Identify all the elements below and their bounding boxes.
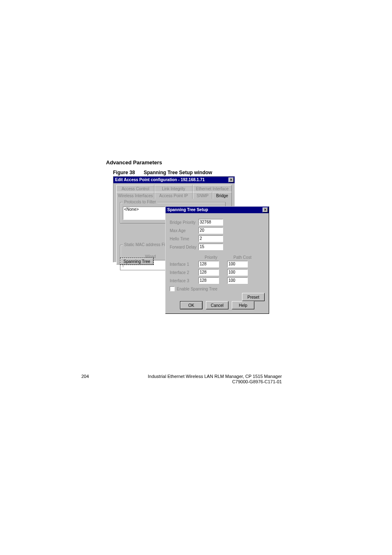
tab-link-integrity[interactable]: Link Integrity	[154, 185, 193, 192]
interface-1-priority[interactable]: 128	[198, 261, 219, 267]
tab-ethernet-interface[interactable]: Ethernet Interface	[193, 185, 232, 192]
tab-access-point-ip[interactable]: Access Point IP	[154, 192, 193, 199]
main-dialog-title: Edit Access Point configuration - 192.16…	[115, 177, 205, 183]
interface-2-pathcost[interactable]: 100	[227, 269, 248, 276]
section-heading: Advanced Parameters	[106, 159, 162, 166]
forward-delay-input[interactable]: 15	[198, 244, 223, 250]
main-dialog-titlebar: Edit Access Point configuration - 192.16…	[113, 177, 235, 183]
spanning-tree-dialog: Spanning Tree Setup × Bridge Priority 32…	[165, 206, 269, 314]
bridge-priority-label: Bridge Priority	[170, 220, 198, 225]
pathcost-column-header: Path Cost	[233, 255, 251, 260]
tab-row-2: Wireless Interfaces Access Point IP SNMP…	[116, 192, 232, 199]
interface-2-label: Interface 2	[170, 270, 198, 275]
forward-delay-row: Forward Delay 15	[170, 244, 223, 250]
forward-delay-label: Forward Delay	[170, 245, 198, 249]
figure-title: Spanning Tree Setup window	[144, 170, 212, 175]
bridge-priority-row: Bridge Priority 32768	[170, 219, 223, 226]
tab-wireless-interfaces[interactable]: Wireless Interfaces	[116, 192, 154, 199]
interface-3-label: Interface 3	[170, 279, 198, 283]
hello-time-label: Hello Time	[170, 237, 198, 241]
spanning-tree-titlebar: Spanning Tree Setup ×	[166, 207, 269, 213]
page-number: 204	[81, 374, 89, 379]
close-icon[interactable]: ×	[228, 177, 234, 182]
tab-access-control[interactable]: Access Control	[116, 185, 154, 192]
footer-line-1: Industrial Ethernet Wireless LAN RLM Man…	[133, 374, 282, 379]
preset-button[interactable]: Preset	[242, 293, 265, 301]
tab-snmp[interactable]: SNMP	[193, 192, 212, 199]
figure-caption: Figure 38 Spanning Tree Setup window	[113, 170, 212, 175]
interface-2-priority[interactable]: 128	[198, 269, 219, 276]
interface-1-row: Interface 1 128 100	[170, 261, 248, 267]
interface-1-label: Interface 1	[170, 262, 198, 267]
enable-spanning-row: Enable Spanning Tree	[170, 286, 217, 292]
protocols-legend: Protocols to Filter	[123, 200, 157, 204]
footer-line-2: C79000-G8976-C171-01	[133, 379, 282, 384]
max-age-input[interactable]: 20	[198, 227, 223, 234]
max-age-label: Max Age	[170, 228, 198, 233]
mac-filter-legend: Static MAC address Filter	[123, 242, 172, 247]
help-button[interactable]: Help	[232, 301, 254, 309]
main-dialog-window: Edit Access Point configuration - 192.16…	[113, 176, 235, 263]
bridge-priority-input[interactable]: 32768	[198, 219, 223, 226]
priority-column-header: Priority	[205, 255, 217, 260]
hello-time-row: Hello Time 2	[170, 235, 223, 242]
enable-spanning-checkbox[interactable]	[170, 286, 175, 291]
ok-button[interactable]: OK	[180, 301, 203, 309]
interface-2-row: Interface 2 128 100	[170, 269, 248, 276]
interface-1-pathcost[interactable]: 100	[227, 261, 248, 267]
tab-bridge[interactable]: Bridge	[212, 192, 232, 199]
spanning-tree-title: Spanning Tree Setup	[167, 207, 208, 213]
dialog-button-row: OK Cancel Help	[166, 301, 269, 309]
max-age-row: Max Age 20	[170, 227, 223, 234]
interface-3-row: Interface 3 128 100	[170, 277, 248, 284]
tab-row-1: Access Control Link Integrity Ethernet I…	[116, 185, 232, 192]
figure-label: Figure 38	[113, 170, 135, 175]
enable-spanning-label: Enable Spanning Tree	[177, 287, 217, 291]
cancel-button[interactable]: Cancel	[206, 301, 228, 309]
close-icon[interactable]: ×	[263, 207, 268, 212]
interface-3-pathcost[interactable]: 100	[227, 277, 248, 284]
interface-3-priority[interactable]: 128	[198, 277, 219, 284]
hello-time-input[interactable]: 2	[198, 235, 223, 242]
spanning-tree-button[interactable]: Spanning Tree	[120, 258, 154, 265]
